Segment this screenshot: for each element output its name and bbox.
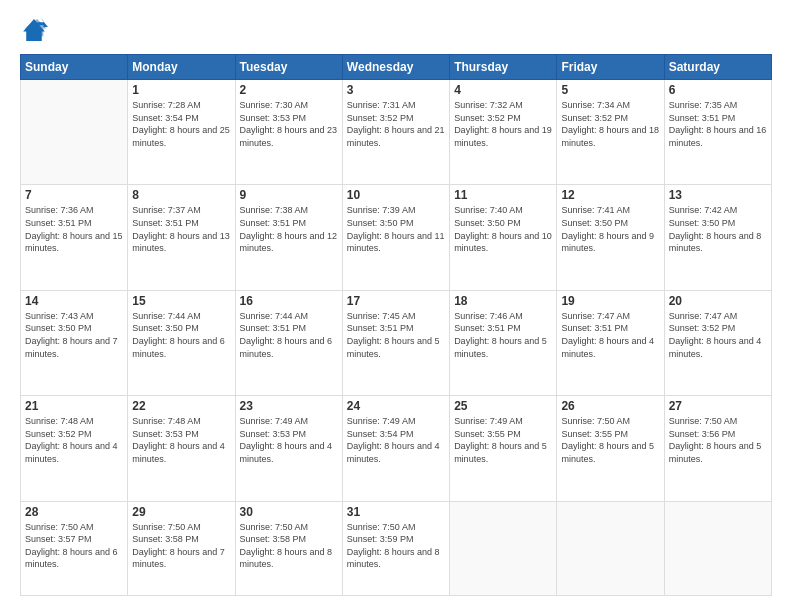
day-number: 29 xyxy=(132,505,230,519)
week-row-2: 7Sunrise: 7:36 AMSunset: 3:51 PMDaylight… xyxy=(21,185,772,290)
day-info: Sunrise: 7:31 AMSunset: 3:52 PMDaylight:… xyxy=(347,99,445,149)
calendar-cell: 18Sunrise: 7:46 AMSunset: 3:51 PMDayligh… xyxy=(450,290,557,395)
day-number: 5 xyxy=(561,83,659,97)
day-info: Sunrise: 7:40 AMSunset: 3:50 PMDaylight:… xyxy=(454,204,552,254)
calendar-cell: 28Sunrise: 7:50 AMSunset: 3:57 PMDayligh… xyxy=(21,501,128,595)
calendar-cell: 21Sunrise: 7:48 AMSunset: 3:52 PMDayligh… xyxy=(21,396,128,501)
header xyxy=(20,16,772,44)
day-number: 11 xyxy=(454,188,552,202)
calendar-cell: 31Sunrise: 7:50 AMSunset: 3:59 PMDayligh… xyxy=(342,501,449,595)
day-info: Sunrise: 7:50 AMSunset: 3:58 PMDaylight:… xyxy=(240,521,338,571)
day-info: Sunrise: 7:37 AMSunset: 3:51 PMDaylight:… xyxy=(132,204,230,254)
day-info: Sunrise: 7:30 AMSunset: 3:53 PMDaylight:… xyxy=(240,99,338,149)
calendar-cell: 25Sunrise: 7:49 AMSunset: 3:55 PMDayligh… xyxy=(450,396,557,501)
logo xyxy=(20,16,52,44)
calendar-cell: 23Sunrise: 7:49 AMSunset: 3:53 PMDayligh… xyxy=(235,396,342,501)
weekday-header-tuesday: Tuesday xyxy=(235,55,342,80)
day-number: 18 xyxy=(454,294,552,308)
calendar-cell: 12Sunrise: 7:41 AMSunset: 3:50 PMDayligh… xyxy=(557,185,664,290)
day-number: 2 xyxy=(240,83,338,97)
calendar-cell: 17Sunrise: 7:45 AMSunset: 3:51 PMDayligh… xyxy=(342,290,449,395)
day-number: 7 xyxy=(25,188,123,202)
week-row-5: 28Sunrise: 7:50 AMSunset: 3:57 PMDayligh… xyxy=(21,501,772,595)
day-number: 15 xyxy=(132,294,230,308)
calendar-table: SundayMondayTuesdayWednesdayThursdayFrid… xyxy=(20,54,772,596)
day-info: Sunrise: 7:44 AMSunset: 3:51 PMDaylight:… xyxy=(240,310,338,360)
calendar-cell: 16Sunrise: 7:44 AMSunset: 3:51 PMDayligh… xyxy=(235,290,342,395)
calendar-cell: 11Sunrise: 7:40 AMSunset: 3:50 PMDayligh… xyxy=(450,185,557,290)
day-number: 21 xyxy=(25,399,123,413)
day-number: 16 xyxy=(240,294,338,308)
weekday-header-friday: Friday xyxy=(557,55,664,80)
day-number: 19 xyxy=(561,294,659,308)
day-number: 9 xyxy=(240,188,338,202)
day-info: Sunrise: 7:50 AMSunset: 3:56 PMDaylight:… xyxy=(669,415,767,465)
day-info: Sunrise: 7:49 AMSunset: 3:53 PMDaylight:… xyxy=(240,415,338,465)
day-info: Sunrise: 7:46 AMSunset: 3:51 PMDaylight:… xyxy=(454,310,552,360)
day-info: Sunrise: 7:48 AMSunset: 3:52 PMDaylight:… xyxy=(25,415,123,465)
calendar-cell: 22Sunrise: 7:48 AMSunset: 3:53 PMDayligh… xyxy=(128,396,235,501)
day-number: 26 xyxy=(561,399,659,413)
day-info: Sunrise: 7:39 AMSunset: 3:50 PMDaylight:… xyxy=(347,204,445,254)
day-info: Sunrise: 7:49 AMSunset: 3:54 PMDaylight:… xyxy=(347,415,445,465)
day-info: Sunrise: 7:28 AMSunset: 3:54 PMDaylight:… xyxy=(132,99,230,149)
weekday-header-thursday: Thursday xyxy=(450,55,557,80)
day-number: 14 xyxy=(25,294,123,308)
day-number: 13 xyxy=(669,188,767,202)
calendar-cell: 6Sunrise: 7:35 AMSunset: 3:51 PMDaylight… xyxy=(664,80,771,185)
day-info: Sunrise: 7:44 AMSunset: 3:50 PMDaylight:… xyxy=(132,310,230,360)
calendar-cell: 20Sunrise: 7:47 AMSunset: 3:52 PMDayligh… xyxy=(664,290,771,395)
week-row-1: 1Sunrise: 7:28 AMSunset: 3:54 PMDaylight… xyxy=(21,80,772,185)
weekday-header-monday: Monday xyxy=(128,55,235,80)
day-number: 4 xyxy=(454,83,552,97)
day-info: Sunrise: 7:48 AMSunset: 3:53 PMDaylight:… xyxy=(132,415,230,465)
day-info: Sunrise: 7:32 AMSunset: 3:52 PMDaylight:… xyxy=(454,99,552,149)
day-info: Sunrise: 7:34 AMSunset: 3:52 PMDaylight:… xyxy=(561,99,659,149)
calendar-cell: 3Sunrise: 7:31 AMSunset: 3:52 PMDaylight… xyxy=(342,80,449,185)
calendar-cell: 19Sunrise: 7:47 AMSunset: 3:51 PMDayligh… xyxy=(557,290,664,395)
day-info: Sunrise: 7:49 AMSunset: 3:55 PMDaylight:… xyxy=(454,415,552,465)
day-number: 20 xyxy=(669,294,767,308)
calendar-cell: 8Sunrise: 7:37 AMSunset: 3:51 PMDaylight… xyxy=(128,185,235,290)
calendar-cell: 14Sunrise: 7:43 AMSunset: 3:50 PMDayligh… xyxy=(21,290,128,395)
day-info: Sunrise: 7:45 AMSunset: 3:51 PMDaylight:… xyxy=(347,310,445,360)
day-info: Sunrise: 7:50 AMSunset: 3:55 PMDaylight:… xyxy=(561,415,659,465)
calendar-cell: 15Sunrise: 7:44 AMSunset: 3:50 PMDayligh… xyxy=(128,290,235,395)
day-info: Sunrise: 7:41 AMSunset: 3:50 PMDaylight:… xyxy=(561,204,659,254)
calendar-cell: 10Sunrise: 7:39 AMSunset: 3:50 PMDayligh… xyxy=(342,185,449,290)
day-number: 31 xyxy=(347,505,445,519)
calendar-cell xyxy=(450,501,557,595)
week-row-3: 14Sunrise: 7:43 AMSunset: 3:50 PMDayligh… xyxy=(21,290,772,395)
calendar-cell: 24Sunrise: 7:49 AMSunset: 3:54 PMDayligh… xyxy=(342,396,449,501)
calendar-cell: 26Sunrise: 7:50 AMSunset: 3:55 PMDayligh… xyxy=(557,396,664,501)
day-number: 28 xyxy=(25,505,123,519)
day-number: 17 xyxy=(347,294,445,308)
weekday-header-wednesday: Wednesday xyxy=(342,55,449,80)
calendar-cell: 30Sunrise: 7:50 AMSunset: 3:58 PMDayligh… xyxy=(235,501,342,595)
day-info: Sunrise: 7:50 AMSunset: 3:57 PMDaylight:… xyxy=(25,521,123,571)
day-number: 1 xyxy=(132,83,230,97)
day-info: Sunrise: 7:50 AMSunset: 3:59 PMDaylight:… xyxy=(347,521,445,571)
day-number: 12 xyxy=(561,188,659,202)
day-number: 23 xyxy=(240,399,338,413)
day-info: Sunrise: 7:36 AMSunset: 3:51 PMDaylight:… xyxy=(25,204,123,254)
weekday-header-sunday: Sunday xyxy=(21,55,128,80)
page: SundayMondayTuesdayWednesdayThursdayFrid… xyxy=(0,0,792,612)
calendar-cell: 5Sunrise: 7:34 AMSunset: 3:52 PMDaylight… xyxy=(557,80,664,185)
day-info: Sunrise: 7:38 AMSunset: 3:51 PMDaylight:… xyxy=(240,204,338,254)
day-info: Sunrise: 7:43 AMSunset: 3:50 PMDaylight:… xyxy=(25,310,123,360)
day-number: 30 xyxy=(240,505,338,519)
calendar-cell: 29Sunrise: 7:50 AMSunset: 3:58 PMDayligh… xyxy=(128,501,235,595)
day-info: Sunrise: 7:42 AMSunset: 3:50 PMDaylight:… xyxy=(669,204,767,254)
day-info: Sunrise: 7:47 AMSunset: 3:51 PMDaylight:… xyxy=(561,310,659,360)
calendar-cell: 7Sunrise: 7:36 AMSunset: 3:51 PMDaylight… xyxy=(21,185,128,290)
day-info: Sunrise: 7:50 AMSunset: 3:58 PMDaylight:… xyxy=(132,521,230,571)
day-number: 25 xyxy=(454,399,552,413)
day-number: 3 xyxy=(347,83,445,97)
calendar-cell: 4Sunrise: 7:32 AMSunset: 3:52 PMDaylight… xyxy=(450,80,557,185)
calendar-cell: 2Sunrise: 7:30 AMSunset: 3:53 PMDaylight… xyxy=(235,80,342,185)
day-number: 6 xyxy=(669,83,767,97)
calendar-cell xyxy=(21,80,128,185)
day-info: Sunrise: 7:47 AMSunset: 3:52 PMDaylight:… xyxy=(669,310,767,360)
day-number: 22 xyxy=(132,399,230,413)
